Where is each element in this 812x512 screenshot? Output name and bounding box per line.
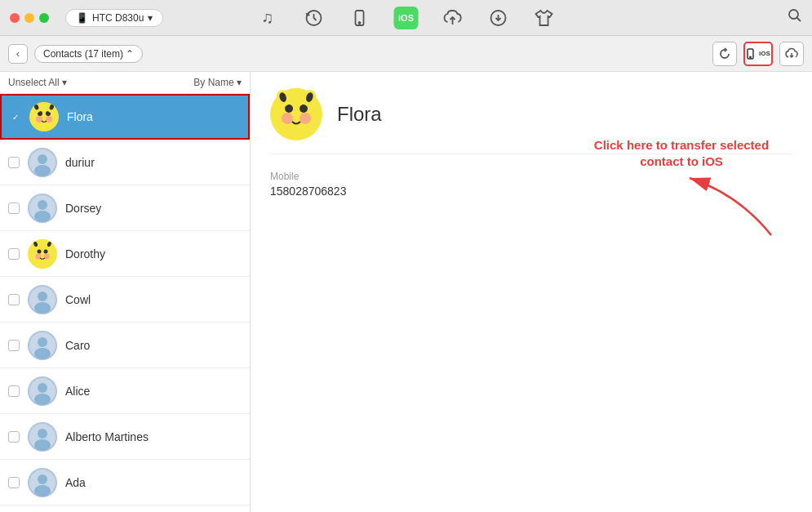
svg-point-45	[38, 429, 47, 439]
sort-button[interactable]: By Name ▾	[193, 77, 242, 88]
cloud-download-button[interactable]	[779, 42, 804, 66]
svg-point-46	[34, 439, 51, 451]
cloud-upload-icon[interactable]	[441, 7, 464, 29]
main-toolbar: ♫ iOS	[256, 7, 556, 29]
main-content: Unselect All ▾ By Name ▾ ✓	[0, 72, 812, 512]
transfer-to-ios-button[interactable]: iOS	[743, 42, 773, 66]
device-icon: 📱	[76, 12, 88, 24]
detail-avatar	[270, 88, 322, 140]
action-buttons: iOS	[712, 42, 804, 66]
titlebar: 📱 HTC D830u ▾ ♫ iOS	[0, 0, 812, 36]
contact-checkbox[interactable]	[8, 385, 20, 397]
svg-point-48	[38, 474, 47, 484]
search-button[interactable]	[788, 8, 802, 27]
contact-name: Caro	[65, 339, 90, 352]
list-item[interactable]: ✓ Flora	[0, 94, 250, 140]
close-button[interactable]	[10, 13, 20, 23]
avatar	[28, 331, 57, 360]
svg-point-51	[285, 105, 293, 113]
contact-list: ✓ Flora	[0, 94, 250, 512]
avatar	[28, 468, 57, 497]
svg-point-25	[34, 211, 51, 222]
annotation-text: Click here to transfer selected contact …	[592, 137, 771, 169]
subtoolbar: ‹ Contacts (17 item) ⌃ iOS	[0, 36, 812, 72]
svg-point-39	[38, 337, 47, 347]
svg-point-21	[38, 154, 47, 164]
music-icon[interactable]: ♫	[256, 7, 279, 29]
svg-point-53	[282, 113, 293, 124]
annotation: Click here to transfer selected contact …	[592, 137, 771, 169]
contact-name: Ada	[65, 476, 86, 489]
svg-point-54	[300, 113, 311, 124]
unselect-all-button[interactable]: Unselect All ▾	[8, 77, 67, 88]
left-panel: Unselect All ▾ By Name ▾ ✓	[0, 72, 251, 512]
refresh-button[interactable]	[712, 42, 737, 66]
traffic-lights	[10, 13, 49, 23]
svg-point-27	[38, 249, 42, 253]
list-item[interactable]: Alberto Martines	[0, 414, 250, 460]
contact-name: Alberto Martines	[65, 430, 149, 443]
maximize-button[interactable]	[39, 13, 49, 23]
contact-name: Cowl	[65, 293, 91, 306]
device-selector[interactable]: 📱 HTC D830u ▾	[65, 9, 163, 27]
svg-point-14	[36, 116, 42, 122]
download-icon[interactable]	[487, 7, 510, 29]
contact-checkbox[interactable]	[8, 248, 20, 260]
list-toolbar: Unselect All ▾ By Name ▾	[0, 72, 250, 94]
svg-point-6	[789, 10, 798, 19]
detail-name: Flora	[337, 103, 382, 126]
back-button[interactable]: ‹	[8, 44, 28, 64]
tshirt-icon[interactable]	[533, 7, 556, 29]
avatar	[28, 194, 57, 223]
svg-point-36	[38, 292, 47, 301]
chevron-down-icon: ▾	[148, 12, 153, 24]
minimize-button[interactable]	[24, 13, 34, 23]
list-item[interactable]: Cowl	[0, 277, 250, 323]
avatar	[28, 239, 57, 269]
avatar	[28, 376, 57, 406]
contact-name: Alice	[65, 385, 90, 398]
ios-icon[interactable]: iOS	[393, 7, 419, 29]
svg-point-42	[38, 383, 47, 393]
svg-point-43	[34, 394, 51, 405]
contact-checkbox[interactable]: ✓	[10, 111, 21, 122]
contact-name: Dorothy	[65, 247, 105, 260]
svg-point-9	[750, 56, 751, 57]
avatar	[29, 102, 59, 131]
list-item[interactable]: duriur	[0, 140, 250, 185]
contact-checkbox[interactable]	[8, 157, 20, 168]
svg-point-52	[300, 105, 308, 113]
svg-point-2	[358, 22, 360, 24]
svg-point-28	[44, 249, 48, 253]
svg-point-40	[34, 348, 51, 359]
avatar	[28, 148, 57, 177]
annotation-arrow	[673, 170, 788, 243]
breadcrumb[interactable]: Contacts (17 item) ⌃	[34, 45, 143, 63]
contact-name: Flora	[67, 110, 93, 123]
device-name: HTC D830u	[92, 12, 144, 24]
phone-icon[interactable]	[348, 7, 371, 29]
history-icon[interactable]	[302, 7, 325, 29]
svg-point-15	[46, 116, 52, 122]
svg-point-49	[34, 485, 51, 496]
right-panel: Flora Mobile 158028706823 Click here to …	[251, 72, 812, 512]
avatar	[28, 285, 57, 314]
contact-checkbox[interactable]	[8, 431, 20, 443]
contact-checkbox[interactable]	[8, 340, 20, 351]
avatar	[28, 422, 57, 452]
contact-checkbox[interactable]	[8, 477, 20, 488]
svg-point-22	[34, 165, 51, 176]
list-item[interactable]: Dorothy	[0, 231, 250, 277]
list-item[interactable]: Alice	[0, 368, 250, 414]
svg-point-37	[34, 302, 51, 314]
list-item[interactable]: Ada	[0, 460, 250, 505]
contact-name: Dorsey	[65, 202, 101, 215]
list-item[interactable]: Caro	[0, 323, 250, 368]
svg-point-24	[38, 200, 47, 210]
contact-name: duriur	[65, 156, 95, 169]
contact-checkbox[interactable]	[8, 294, 20, 305]
list-item[interactable]: Dorsey	[0, 185, 250, 231]
contact-checkbox[interactable]	[8, 203, 20, 214]
svg-line-7	[797, 18, 801, 22]
